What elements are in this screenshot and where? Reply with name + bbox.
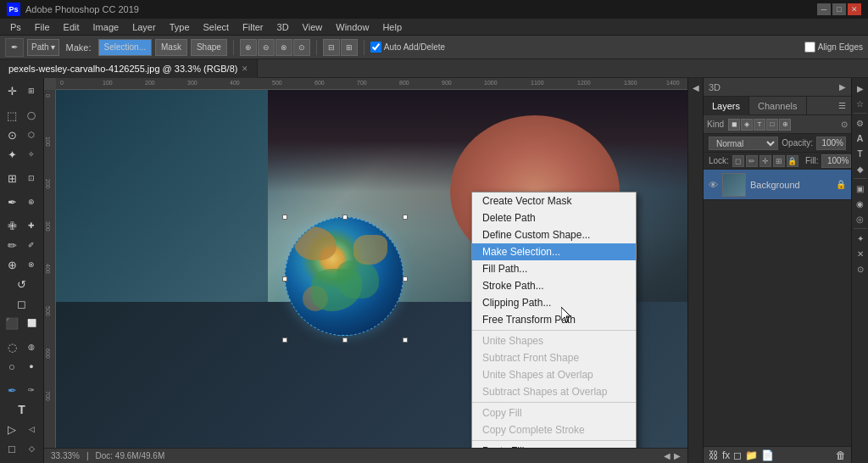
cm-paste-fill[interactable]: Paste Fill [472, 443, 636, 448]
cm-clipping-path[interactable]: Clipping Path... [472, 294, 636, 311]
tool-artboard[interactable]: ⊞ [22, 81, 41, 100]
close-button[interactable]: ✕ [848, 3, 861, 15]
menu-view[interactable]: View [296, 19, 330, 36]
tab-layers[interactable]: Layers [704, 97, 749, 115]
shape-button[interactable]: Shape [191, 39, 227, 56]
menu-ps[interactable]: Ps [3, 19, 28, 36]
strip-btn-ring[interactable]: ⊙ [854, 262, 867, 276]
strip-btn-circle[interactable]: ◉ [854, 197, 867, 210]
path-dropdown[interactable]: Path ▾ [27, 39, 59, 56]
tool-path-select[interactable]: ▷ [3, 420, 21, 438]
menu-edit[interactable]: Edit [57, 19, 86, 36]
tool-lasso[interactable]: ⊙ [3, 126, 21, 144]
tool-crop[interactable]: ⊞ [3, 169, 21, 187]
strip-btn-gear[interactable]: ⚙ [854, 116, 867, 130]
auto-add-checkbox[interactable] [370, 42, 381, 53]
tool-poly-lasso[interactable]: ⬡ [22, 126, 41, 144]
tool-custom-shape[interactable]: ◇ [22, 439, 41, 458]
cm-free-transform-path[interactable]: Free Transform Path [472, 311, 636, 328]
tool-burn[interactable]: ● [22, 357, 41, 376]
tool-brush[interactable]: ✏ [3, 236, 21, 254]
menu-3d[interactable]: 3D [270, 19, 296, 36]
path-handle-bl[interactable] [282, 337, 287, 343]
selection-button[interactable]: Selection... [98, 39, 152, 56]
cm-make-selection[interactable]: Make Selection... [472, 243, 636, 260]
minimize-button[interactable]: ─ [817, 3, 831, 15]
filter-shape[interactable]: □ [766, 119, 778, 131]
menu-file[interactable]: File [28, 19, 57, 36]
tool-eraser[interactable]: ◻ [13, 294, 31, 313]
document-tab[interactable]: pexels-wesley-carvalho-4126255.jpg @ 33.… [0, 59, 258, 78]
path-op-1[interactable]: ⊕ [240, 39, 257, 56]
tool-dodge[interactable]: ○ [3, 357, 21, 376]
tool-clone-stamp[interactable]: ⊕ [3, 255, 21, 274]
menu-select[interactable]: Select [197, 19, 236, 36]
tool-slice[interactable]: ⊡ [22, 169, 41, 187]
maximize-button[interactable]: □ [832, 3, 846, 15]
delete-layer-btn[interactable]: 🗑 [836, 449, 846, 461]
tool-pattern-stamp[interactable]: ⊗ [22, 255, 41, 274]
mask-button[interactable]: Mask [155, 39, 187, 56]
align-2[interactable]: ⊞ [341, 39, 358, 56]
tab-close-icon[interactable]: ✕ [242, 64, 248, 73]
panel-menu-btn[interactable]: ☰ [833, 101, 851, 110]
new-group-btn[interactable]: 📁 [745, 449, 758, 461]
add-mask-btn[interactable]: ◻ [733, 449, 742, 461]
tool-rect-select[interactable]: ⬚ [3, 106, 21, 125]
tool-freeform-pen[interactable]: ✑ [22, 381, 41, 399]
path-op-2[interactable]: ⊖ [258, 39, 275, 56]
tool-blur[interactable]: ◌ [3, 337, 21, 356]
lock-all[interactable]: 🔒 [787, 155, 798, 167]
menu-image[interactable]: Image [86, 19, 126, 36]
lock-artboard[interactable]: ⊞ [773, 155, 785, 167]
tool-magic-wand[interactable]: ✦ [3, 145, 21, 164]
tool-quick-select[interactable]: ✧ [22, 145, 41, 164]
strip-btn-t[interactable]: T [854, 147, 867, 160]
blend-mode-select[interactable]: Normal [709, 137, 778, 150]
path-handle-tm[interactable] [342, 215, 348, 220]
path-handle-br[interactable] [403, 337, 408, 343]
cm-delete-path[interactable]: Delete Path [472, 209, 636, 226]
cm-define-custom-shape[interactable]: Define Custom Shape... [472, 226, 636, 243]
lock-position[interactable]: ✛ [760, 155, 771, 167]
path-handle-ml[interactable] [282, 276, 287, 282]
menu-window[interactable]: Window [329, 19, 376, 36]
collapse-btn[interactable]: ◀ [691, 81, 701, 94]
layer-item-background[interactable]: 👁 Background 🔒 [704, 170, 851, 200]
strip-btn-target[interactable]: ◎ [854, 212, 867, 226]
tool-eyedropper[interactable]: ✒ [3, 192, 21, 211]
tab-channels[interactable]: Channels [749, 97, 806, 115]
tool-pencil[interactable]: ✐ [22, 236, 41, 254]
tool-ellipse-select[interactable]: ◯ [22, 106, 41, 125]
path-handle-tl[interactable] [282, 215, 287, 220]
auto-add-check[interactable]: Auto Add/Delete [370, 42, 445, 53]
filter-pixel[interactable]: ◼ [728, 119, 740, 131]
align-edges-check[interactable]: Align Edges [804, 42, 863, 53]
nav-prev[interactable]: ◀ [664, 451, 670, 460]
tool-gradient[interactable]: ⬛ [3, 314, 21, 332]
align-edges-checkbox[interactable] [804, 42, 815, 53]
menu-type[interactable]: Type [163, 19, 197, 36]
filter-type[interactable]: T [754, 119, 765, 131]
strip-btn-play[interactable]: ▶ [854, 81, 867, 95]
strip-btn-star[interactable]: ☆ [854, 97, 867, 110]
add-style-btn[interactable]: fx [722, 449, 730, 461]
path-op-4[interactable]: ⊙ [293, 39, 310, 56]
tool-smudge[interactable]: ◍ [22, 337, 41, 356]
lock-transparent[interactable]: ◻ [732, 155, 744, 167]
filter-adj[interactable]: ◈ [741, 119, 753, 131]
new-layer-btn[interactable]: 📄 [761, 449, 774, 461]
layer-visibility-icon[interactable]: 👁 [709, 180, 718, 190]
path-op-3[interactable]: ⊗ [275, 39, 292, 56]
tool-color-sample[interactable]: ⊕ [22, 192, 41, 211]
tool-shape[interactable]: □ [3, 439, 21, 458]
path-handle-mr[interactable] [403, 276, 408, 282]
tool-heal[interactable]: ✚ [22, 216, 41, 235]
tool-pen[interactable]: ✒ [3, 381, 21, 399]
lock-image[interactable]: ✏ [746, 155, 758, 167]
tool-paint-bucket[interactable]: ⬜ [22, 314, 41, 332]
link-layers-btn[interactable]: ⛓ [709, 449, 719, 461]
tool-direct-select[interactable]: ◁ [22, 420, 41, 438]
fill-input[interactable] [821, 154, 851, 168]
3d-expand[interactable]: ▶ [839, 82, 846, 92]
